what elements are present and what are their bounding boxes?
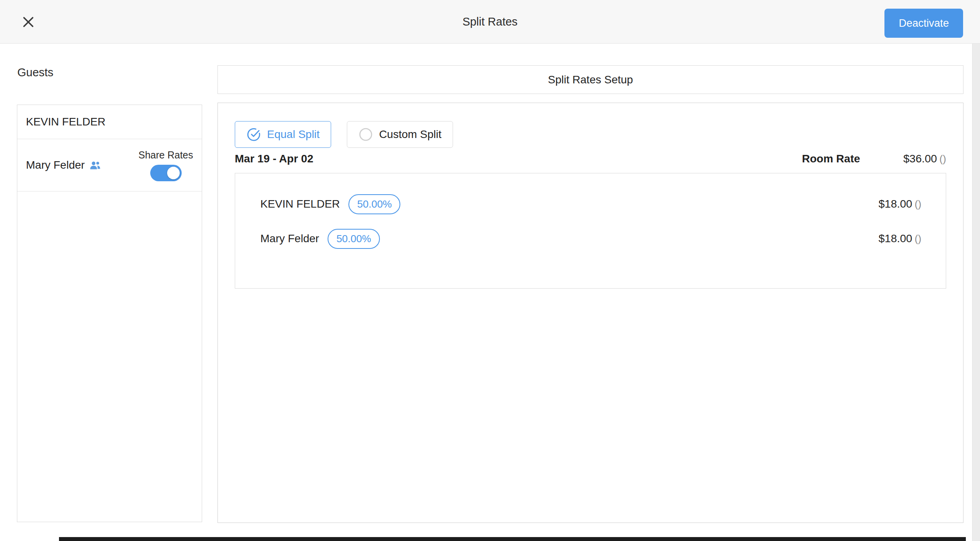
custom-split-label: Custom Split xyxy=(379,128,442,141)
room-rate-suffix: () xyxy=(939,153,946,165)
split-amount-value: $18.00 xyxy=(879,232,912,245)
split-amount: $18.00() xyxy=(879,232,921,245)
close-icon xyxy=(21,15,36,29)
split-percent-pill[interactable]: 50.00% xyxy=(348,194,400,214)
split-mode-options: Equal Split Custom Split xyxy=(235,121,453,148)
split-guest-name: Mary Felder xyxy=(260,232,319,245)
scrollbar-track[interactable] xyxy=(972,44,980,541)
circle-icon xyxy=(358,127,373,142)
equal-split-label: Equal Split xyxy=(267,128,320,141)
bottom-page-edge xyxy=(59,537,966,541)
rate-period-row: Mar 19 - Apr 02 Room Rate $36.00() xyxy=(235,149,946,168)
guest-splits-box: KEVIN FELDER 50.00% $18.00() Mary Felder… xyxy=(235,173,946,289)
guest-row-primary[interactable]: KEVIN FELDER xyxy=(17,105,202,139)
shared-guest-name: Mary Felder xyxy=(26,159,85,171)
split-row-kevin: KEVIN FELDER 50.00% $18.00() xyxy=(260,187,921,221)
close-button[interactable] xyxy=(17,11,39,33)
split-rates-setup-panel: Equal Split Custom Split Mar 19 - Apr 02… xyxy=(217,103,963,523)
guests-panel: KEVIN FELDER Mary Felder Share Rates xyxy=(17,105,202,522)
split-percent-pill[interactable]: 50.00% xyxy=(328,229,379,249)
room-rate-label: Room Rate xyxy=(802,153,860,165)
date-range: Mar 19 - Apr 02 xyxy=(235,153,313,165)
guests-section-title: Guests xyxy=(17,66,53,79)
guest-row-shared[interactable]: Mary Felder Share Rates xyxy=(17,139,202,191)
share-rates-label: Share Rates xyxy=(138,149,193,161)
share-rates-toggle[interactable] xyxy=(150,165,182,181)
split-guest-name: KEVIN FELDER xyxy=(260,198,340,210)
split-amount: $18.00() xyxy=(879,198,921,210)
custom-split-button[interactable]: Custom Split xyxy=(347,121,453,148)
modal-header: Split Rates Deactivate xyxy=(0,0,980,44)
split-amount-value: $18.00 xyxy=(879,198,912,210)
equal-split-button[interactable]: Equal Split xyxy=(235,121,331,148)
toggle-knob xyxy=(167,167,180,179)
split-rates-setup-title: Split Rates Setup xyxy=(217,65,963,94)
deactivate-button[interactable]: Deactivate xyxy=(884,9,963,38)
split-rates-modal: Split Rates Deactivate Guests KEVIN FELD… xyxy=(0,0,980,541)
room-rate-amount: $36.00 xyxy=(903,153,937,165)
primary-guest-name: KEVIN FELDER xyxy=(26,116,105,128)
modal-title: Split Rates xyxy=(0,0,980,44)
split-row-mary: Mary Felder 50.00% $18.00() xyxy=(260,221,921,256)
guests-icon xyxy=(89,160,101,170)
split-amount-suffix: () xyxy=(915,198,921,210)
room-rate-value: $36.00() xyxy=(903,153,946,165)
check-circle-icon xyxy=(246,127,261,142)
split-amount-suffix: () xyxy=(915,233,921,245)
